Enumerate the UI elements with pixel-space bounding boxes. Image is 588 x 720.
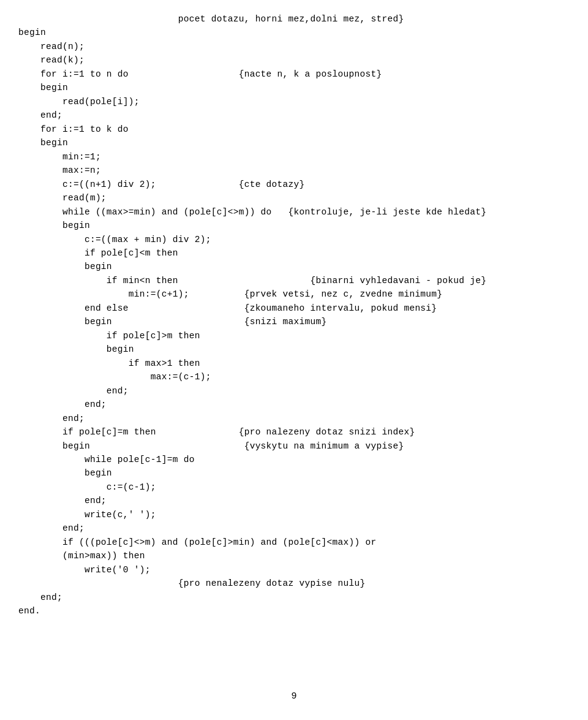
code-content: pocet dotazu, horni mez,dolni mez, stred… <box>18 12 570 618</box>
page: pocet dotazu, horni mez,dolni mez, stred… <box>0 0 588 720</box>
page-number: 9 <box>291 691 296 702</box>
